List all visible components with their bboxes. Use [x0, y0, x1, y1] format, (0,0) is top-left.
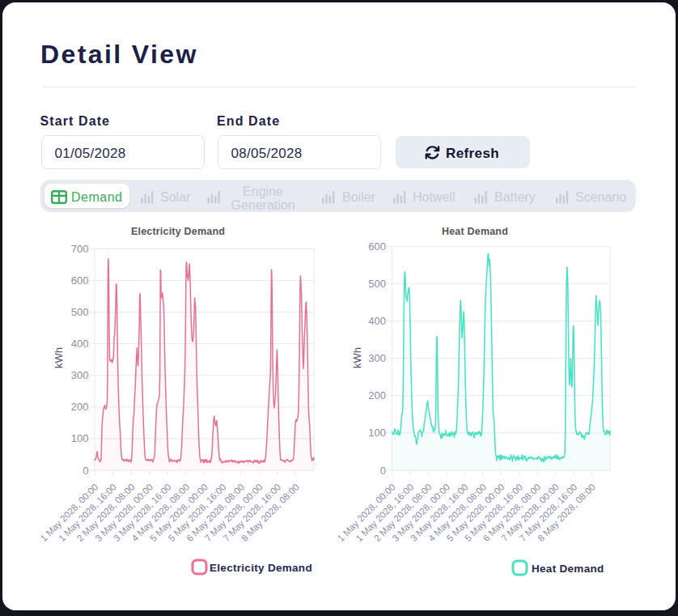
svg-text:100: 100	[71, 432, 89, 444]
svg-text:kWh: kWh	[53, 347, 65, 368]
svg-text:500: 500	[71, 306, 89, 318]
svg-text:600: 600	[71, 274, 89, 287]
svg-text:600: 600	[368, 240, 386, 253]
svg-text:Scenario: Scenario	[575, 190, 626, 204]
svg-text:200: 200	[71, 401, 89, 413]
svg-text:kWh: kWh	[351, 347, 363, 368]
svg-text:Solar: Solar	[160, 190, 191, 204]
svg-text:Electricity Demand: Electricity Demand	[131, 226, 225, 237]
svg-text:Hotwell: Hotwell	[413, 190, 455, 204]
svg-text:Boiler: Boiler	[342, 190, 376, 204]
svg-text:0: 0	[380, 465, 386, 477]
svg-text:Detail View: Detail View	[40, 40, 198, 69]
svg-text:Start Date: Start Date	[40, 114, 111, 128]
svg-text:0: 0	[83, 465, 88, 477]
svg-text:400: 400	[71, 338, 89, 350]
svg-text:Heat Demand: Heat Demand	[532, 563, 604, 575]
svg-text:01/05/2028: 01/05/2028	[55, 146, 126, 161]
svg-text:300: 300	[71, 369, 89, 381]
svg-text:200: 200	[368, 389, 386, 401]
svg-text:Refresh: Refresh	[446, 146, 499, 161]
svg-text:300: 300	[368, 352, 386, 364]
svg-text:End Date: End Date	[217, 114, 280, 128]
svg-text:Heat Demand: Heat Demand	[442, 226, 508, 237]
svg-text:400: 400	[368, 315, 386, 327]
svg-text:Demand: Demand	[71, 190, 122, 204]
svg-text:700: 700	[71, 243, 89, 255]
svg-text:Generation: Generation	[231, 198, 295, 212]
svg-text:Electricity Demand: Electricity Demand	[210, 562, 312, 574]
svg-text:Battery: Battery	[494, 190, 536, 204]
svg-text:500: 500	[368, 278, 386, 290]
svg-text:Engine: Engine	[243, 185, 283, 198]
svg-text:100: 100	[368, 427, 386, 439]
svg-text:08/05/2028: 08/05/2028	[231, 146, 303, 161]
